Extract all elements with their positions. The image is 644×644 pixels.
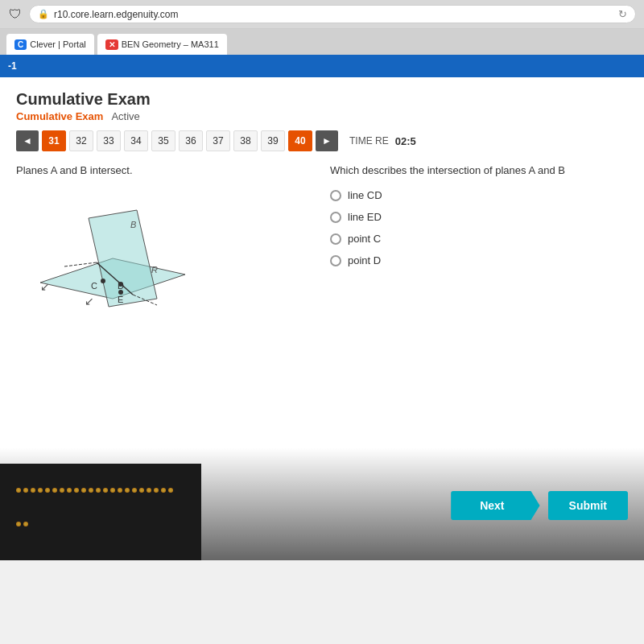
svg-text:R: R xyxy=(151,265,158,275)
exam-subtitle: Cumulative Exam Active xyxy=(16,110,628,122)
radio-d[interactable] xyxy=(330,255,341,266)
svg-text:↙: ↙ xyxy=(85,295,94,308)
choice-c-label: point C xyxy=(348,233,381,245)
choice-d[interactable]: point D xyxy=(330,254,628,266)
exam-title: Cumulative Exam xyxy=(16,90,628,109)
nav-num-34[interactable]: 34 xyxy=(124,130,148,151)
browser-chrome: 🛡 🔒 r10.core.learn.edgenuity.com ↻ C Cle… xyxy=(0,0,644,55)
shield-icon: 🛡 xyxy=(8,7,23,22)
next-button[interactable]: Next xyxy=(451,491,539,520)
choice-a-label: line CD xyxy=(348,189,382,201)
radio-c[interactable] xyxy=(330,233,341,245)
x-icon: ✕ xyxy=(105,39,118,50)
svg-point-3 xyxy=(101,279,105,283)
nav-num-39[interactable]: 39 xyxy=(261,130,285,151)
nav-num-40[interactable]: 40 xyxy=(288,130,312,151)
tab-geometry-label: BEN Geometry – MA311 xyxy=(122,39,219,49)
lock-icon: 🔒 xyxy=(38,9,49,19)
nav-num-37[interactable]: 37 xyxy=(206,130,230,151)
geometry-diagram: B R C D E ↙ ↙ xyxy=(16,186,193,347)
choice-b-label: line ED xyxy=(348,211,382,223)
url-text: r10.core.learn.edgenuity.com xyxy=(54,9,179,20)
question-right: Which describes the intersection of plan… xyxy=(330,164,628,347)
radio-b[interactable] xyxy=(330,212,341,223)
nav-blue-bar: -1 xyxy=(0,55,644,77)
choice-d-label: point D xyxy=(348,254,381,266)
question-premise: Planes A and B intersect. xyxy=(16,164,314,176)
choice-a[interactable]: line CD xyxy=(330,189,628,201)
bottom-bar: Next Submit xyxy=(451,491,628,520)
choice-b[interactable]: line ED xyxy=(330,211,628,223)
nav-num-33[interactable]: 33 xyxy=(97,130,121,151)
nav-num-36[interactable]: 36 xyxy=(179,130,203,151)
nav-item: -1 xyxy=(8,60,17,72)
svg-text:C: C xyxy=(91,281,97,291)
nav-num-31[interactable]: 31 xyxy=(42,130,66,151)
prev-button[interactable]: ◄ xyxy=(16,130,39,151)
nav-num-38[interactable]: 38 xyxy=(233,130,258,151)
lights-decoration xyxy=(16,488,177,552)
answer-choices: line CD line ED point C point D xyxy=(330,189,628,266)
svg-text:B: B xyxy=(130,220,136,229)
timer-label: TIME RE xyxy=(349,135,389,147)
svg-text:D: D xyxy=(118,281,124,291)
next-arrow-button[interactable]: ► xyxy=(316,130,338,151)
exam-subtitle-text: Cumulative Exam xyxy=(16,110,103,122)
clever-icon: C xyxy=(14,39,27,50)
question-area: Planes A and B intersect. B R xyxy=(16,164,628,347)
browser-tabs: C Clever | Portal ✕ BEN Geometry – MA311 xyxy=(0,29,644,55)
refresh-icon[interactable]: ↻ xyxy=(618,8,627,20)
radio-a[interactable] xyxy=(330,190,341,201)
submit-button[interactable]: Submit xyxy=(548,491,628,520)
tab-clever[interactable]: C Clever | Portal xyxy=(6,34,94,55)
browser-toolbar: 🛡 🔒 r10.core.learn.edgenuity.com ↻ xyxy=(0,0,644,29)
diagram-container: B R C D E ↙ ↙ xyxy=(16,186,193,347)
question-nav: ◄ 31 32 33 34 35 36 37 38 39 40 ► TIME R… xyxy=(16,130,628,151)
url-bar[interactable]: 🔒 r10.core.learn.edgenuity.com ↻ xyxy=(29,5,636,23)
choice-c[interactable]: point C xyxy=(330,233,628,245)
nav-num-32[interactable]: 32 xyxy=(69,130,93,151)
tab-clever-label: Clever | Portal xyxy=(30,39,86,49)
svg-text:E: E xyxy=(118,295,123,304)
timer-value: 02:5 xyxy=(395,135,416,147)
question-left: Planes A and B intersect. B R xyxy=(16,164,314,347)
nav-num-35[interactable]: 35 xyxy=(151,130,175,151)
main-content: Cumulative Exam Cumulative Exam Active ◄… xyxy=(0,77,644,560)
active-badge: Active xyxy=(111,110,139,122)
question-prompt: Which describes the intersection of plan… xyxy=(330,164,628,176)
svg-text:↙: ↙ xyxy=(40,280,50,293)
tab-geometry[interactable]: ✕ BEN Geometry – MA311 xyxy=(97,34,227,55)
